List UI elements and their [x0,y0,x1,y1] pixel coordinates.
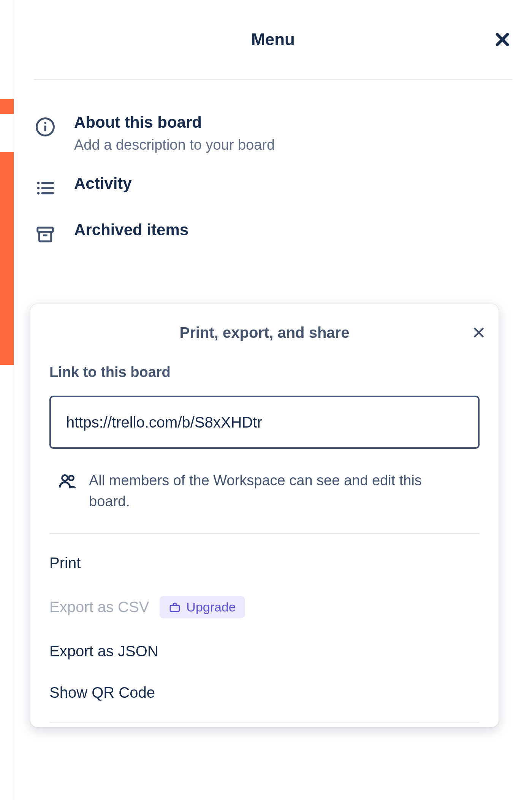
action-label: Show QR Code [49,684,155,701]
info-icon [34,116,57,138]
menu-title: Menu [251,30,295,49]
menu-item-label: About this board [74,113,275,131]
upgrade-badge[interactable]: Upgrade [160,596,245,618]
upgrade-badge-label: Upgrade [186,600,236,615]
svg-rect-13 [170,605,179,611]
menu-item-sublabel: Add a description to your board [74,137,275,153]
svg-point-3 [37,182,40,184]
print-action[interactable]: Print [49,542,480,584]
visibility-text: All members of the Workspace can see and… [89,470,480,512]
svg-rect-9 [38,228,53,232]
menu-header: Menu [34,0,512,80]
popover-body: Link to this board All members of the Wo… [30,364,499,723]
svg-point-7 [37,192,40,194]
menu-list: About this board Add a description to yo… [14,80,532,257]
menu-item-activity[interactable]: Activity [34,164,512,210]
popover-header: Print, export, and share [30,304,499,361]
board-link-input[interactable] [49,396,480,449]
menu-item-about-board[interactable]: About this board Add a description to yo… [34,103,512,164]
action-list: Print Export as CSV Upgrade Export as JS… [49,534,480,723]
print-export-share-popover: Print, export, and share Link to this bo… [30,304,499,727]
close-icon [494,31,511,48]
close-menu-button[interactable] [490,27,515,52]
close-icon [472,326,486,339]
action-label: Print [49,554,81,572]
svg-point-12 [69,475,74,480]
show-qr-action[interactable]: Show QR Code [49,672,480,713]
svg-point-11 [62,475,68,481]
action-label: Export as CSV [49,599,149,616]
menu-item-label: Archived items [74,221,188,239]
export-csv-action[interactable]: Export as CSV Upgrade [49,584,480,630]
members-icon [58,472,79,493]
briefcase-icon [169,601,181,613]
action-label: Export as JSON [49,643,158,660]
activity-list-icon [34,177,57,200]
close-popover-button[interactable] [468,322,489,343]
export-json-action[interactable]: Export as JSON [49,630,480,672]
board-background-sliver [0,0,15,800]
menu-item-label: Activity [74,174,132,193]
link-section-label: Link to this board [49,364,480,380]
menu-item-archived[interactable]: Archived items [34,210,512,257]
action-divider [49,722,480,723]
visibility-row: All members of the Workspace can see and… [49,470,480,534]
archive-icon [34,223,57,246]
svg-point-2 [44,122,46,124]
svg-point-5 [37,187,40,189]
popover-title: Print, export, and share [180,324,350,341]
